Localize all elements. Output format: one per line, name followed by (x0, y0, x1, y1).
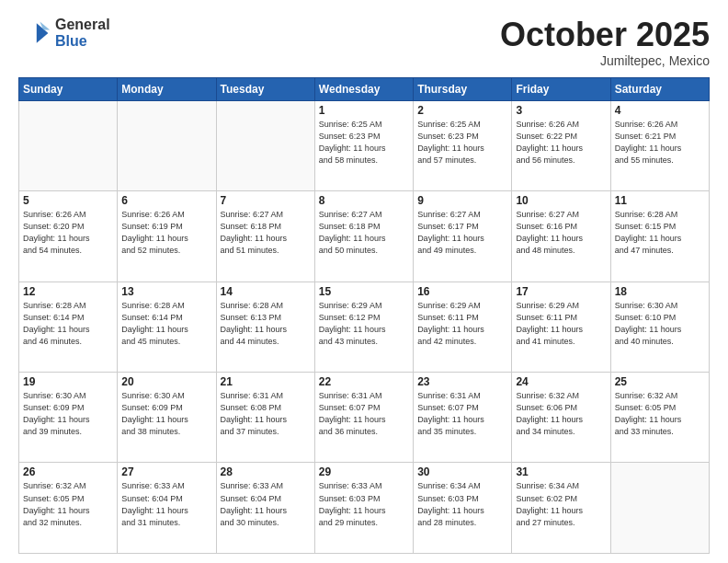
calendar-cell (216, 100, 314, 190)
day-number: 24 (516, 375, 606, 388)
day-info: Sunrise: 6:33 AM Sunset: 6:03 PM Dayligh… (319, 480, 409, 528)
day-info: Sunrise: 6:31 AM Sunset: 6:08 PM Dayligh… (221, 390, 311, 438)
day-number: 12 (23, 285, 113, 298)
day-number: 22 (319, 375, 409, 388)
day-of-week-header: Saturday (610, 77, 709, 100)
calendar-cell: 25Sunrise: 6:32 AM Sunset: 6:05 PM Dayli… (610, 373, 709, 463)
day-number: 17 (516, 285, 606, 298)
day-number: 27 (121, 465, 211, 478)
logo-icon (18, 17, 51, 50)
day-number: 29 (319, 465, 409, 478)
day-number: 20 (121, 375, 211, 388)
calendar-cell: 14Sunrise: 6:28 AM Sunset: 6:13 PM Dayli… (216, 282, 314, 372)
month-title: October 2025 (500, 17, 710, 53)
calendar-table: SundayMondayTuesdayWednesdayThursdayFrid… (18, 77, 710, 554)
calendar-cell: 19Sunrise: 6:30 AM Sunset: 6:09 PM Dayli… (19, 373, 118, 463)
day-info: Sunrise: 6:26 AM Sunset: 6:22 PM Dayligh… (516, 119, 606, 167)
logo-text: General Blue (55, 17, 110, 49)
day-info: Sunrise: 6:30 AM Sunset: 6:10 PM Dayligh… (615, 300, 705, 348)
calendar-cell: 21Sunrise: 6:31 AM Sunset: 6:08 PM Dayli… (216, 373, 314, 463)
day-info: Sunrise: 6:32 AM Sunset: 6:05 PM Dayligh… (615, 390, 705, 438)
day-number: 28 (221, 465, 311, 478)
day-number: 14 (221, 285, 311, 298)
calendar-cell: 26Sunrise: 6:32 AM Sunset: 6:05 PM Dayli… (19, 463, 118, 554)
day-number: 5 (23, 194, 113, 207)
day-of-week-header: Thursday (414, 77, 512, 100)
location-subtitle: Jumiltepec, Mexico (500, 53, 710, 68)
day-info: Sunrise: 6:32 AM Sunset: 6:05 PM Dayligh… (23, 480, 113, 528)
day-info: Sunrise: 6:27 AM Sunset: 6:18 PM Dayligh… (221, 209, 311, 257)
calendar-cell: 17Sunrise: 6:29 AM Sunset: 6:11 PM Dayli… (512, 282, 610, 372)
calendar-cell: 1Sunrise: 6:25 AM Sunset: 6:23 PM Daylig… (314, 100, 413, 190)
day-info: Sunrise: 6:32 AM Sunset: 6:06 PM Dayligh… (516, 390, 606, 438)
day-number: 7 (221, 194, 311, 207)
calendar-cell (19, 100, 118, 190)
page: General Blue October 2025 Jumiltepec, Me… (0, 0, 728, 563)
calendar-cell (610, 463, 709, 554)
day-info: Sunrise: 6:28 AM Sunset: 6:13 PM Dayligh… (221, 300, 311, 348)
calendar-cell: 16Sunrise: 6:29 AM Sunset: 6:11 PM Dayli… (414, 282, 512, 372)
day-number: 21 (221, 375, 311, 388)
logo-blue-text: Blue (55, 33, 110, 50)
day-number: 8 (319, 194, 409, 207)
day-number: 26 (23, 465, 113, 478)
day-info: Sunrise: 6:33 AM Sunset: 6:04 PM Dayligh… (121, 480, 211, 528)
day-info: Sunrise: 6:27 AM Sunset: 6:16 PM Dayligh… (516, 209, 606, 257)
calendar-cell: 29Sunrise: 6:33 AM Sunset: 6:03 PM Dayli… (314, 463, 413, 554)
day-info: Sunrise: 6:29 AM Sunset: 6:11 PM Dayligh… (417, 300, 507, 348)
calendar-cell: 8Sunrise: 6:27 AM Sunset: 6:18 PM Daylig… (314, 191, 413, 282)
day-info: Sunrise: 6:30 AM Sunset: 6:09 PM Dayligh… (121, 390, 211, 438)
day-info: Sunrise: 6:26 AM Sunset: 6:20 PM Dayligh… (23, 209, 113, 257)
title-area: October 2025 Jumiltepec, Mexico (500, 17, 710, 68)
day-info: Sunrise: 6:31 AM Sunset: 6:07 PM Dayligh… (319, 390, 409, 438)
day-info: Sunrise: 6:27 AM Sunset: 6:17 PM Dayligh… (417, 209, 507, 257)
calendar-cell: 22Sunrise: 6:31 AM Sunset: 6:07 PM Dayli… (314, 373, 413, 463)
day-number: 9 (417, 194, 507, 207)
calendar-cell: 6Sunrise: 6:26 AM Sunset: 6:19 PM Daylig… (118, 191, 216, 282)
calendar-cell: 4Sunrise: 6:26 AM Sunset: 6:21 PM Daylig… (610, 100, 709, 190)
day-number: 15 (319, 285, 409, 298)
day-of-week-header: Sunday (19, 77, 118, 100)
logo: General Blue (18, 17, 110, 50)
calendar-cell: 10Sunrise: 6:27 AM Sunset: 6:16 PM Dayli… (512, 191, 610, 282)
calendar-cell: 30Sunrise: 6:34 AM Sunset: 6:03 PM Dayli… (414, 463, 512, 554)
day-info: Sunrise: 6:27 AM Sunset: 6:18 PM Dayligh… (319, 209, 409, 257)
calendar-cell: 31Sunrise: 6:34 AM Sunset: 6:02 PM Dayli… (512, 463, 610, 554)
day-number: 4 (615, 104, 705, 117)
day-info: Sunrise: 6:29 AM Sunset: 6:12 PM Dayligh… (319, 300, 409, 348)
day-number: 2 (417, 104, 507, 117)
day-number: 13 (121, 285, 211, 298)
day-number: 16 (417, 285, 507, 298)
calendar-header-row: SundayMondayTuesdayWednesdayThursdayFrid… (19, 77, 710, 100)
calendar-week-row: 26Sunrise: 6:32 AM Sunset: 6:05 PM Dayli… (19, 463, 710, 554)
calendar-cell: 9Sunrise: 6:27 AM Sunset: 6:17 PM Daylig… (414, 191, 512, 282)
day-info: Sunrise: 6:34 AM Sunset: 6:02 PM Dayligh… (516, 480, 606, 528)
day-number: 23 (417, 375, 507, 388)
calendar-cell: 2Sunrise: 6:25 AM Sunset: 6:23 PM Daylig… (414, 100, 512, 190)
calendar-week-row: 19Sunrise: 6:30 AM Sunset: 6:09 PM Dayli… (19, 373, 710, 463)
calendar-cell: 11Sunrise: 6:28 AM Sunset: 6:15 PM Dayli… (610, 191, 709, 282)
day-info: Sunrise: 6:28 AM Sunset: 6:15 PM Dayligh… (615, 209, 705, 257)
day-info: Sunrise: 6:28 AM Sunset: 6:14 PM Dayligh… (121, 300, 211, 348)
day-number: 1 (319, 104, 409, 117)
day-of-week-header: Monday (118, 77, 216, 100)
day-info: Sunrise: 6:25 AM Sunset: 6:23 PM Dayligh… (417, 119, 507, 167)
calendar-cell (118, 100, 216, 190)
calendar-cell: 24Sunrise: 6:32 AM Sunset: 6:06 PM Dayli… (512, 373, 610, 463)
calendar-week-row: 12Sunrise: 6:28 AM Sunset: 6:14 PM Dayli… (19, 282, 710, 372)
day-number: 19 (23, 375, 113, 388)
day-number: 3 (516, 104, 606, 117)
calendar-week-row: 1Sunrise: 6:25 AM Sunset: 6:23 PM Daylig… (19, 100, 710, 190)
day-number: 25 (615, 375, 705, 388)
day-number: 11 (615, 194, 705, 207)
day-of-week-header: Tuesday (216, 77, 314, 100)
calendar-week-row: 5Sunrise: 6:26 AM Sunset: 6:20 PM Daylig… (19, 191, 710, 282)
calendar-cell: 3Sunrise: 6:26 AM Sunset: 6:22 PM Daylig… (512, 100, 610, 190)
day-number: 31 (516, 465, 606, 478)
day-info: Sunrise: 6:31 AM Sunset: 6:07 PM Dayligh… (417, 390, 507, 438)
day-info: Sunrise: 6:26 AM Sunset: 6:21 PM Dayligh… (615, 119, 705, 167)
day-number: 30 (417, 465, 507, 478)
calendar-cell: 15Sunrise: 6:29 AM Sunset: 6:12 PM Dayli… (314, 282, 413, 372)
day-info: Sunrise: 6:30 AM Sunset: 6:09 PM Dayligh… (23, 390, 113, 438)
day-info: Sunrise: 6:25 AM Sunset: 6:23 PM Dayligh… (319, 119, 409, 167)
